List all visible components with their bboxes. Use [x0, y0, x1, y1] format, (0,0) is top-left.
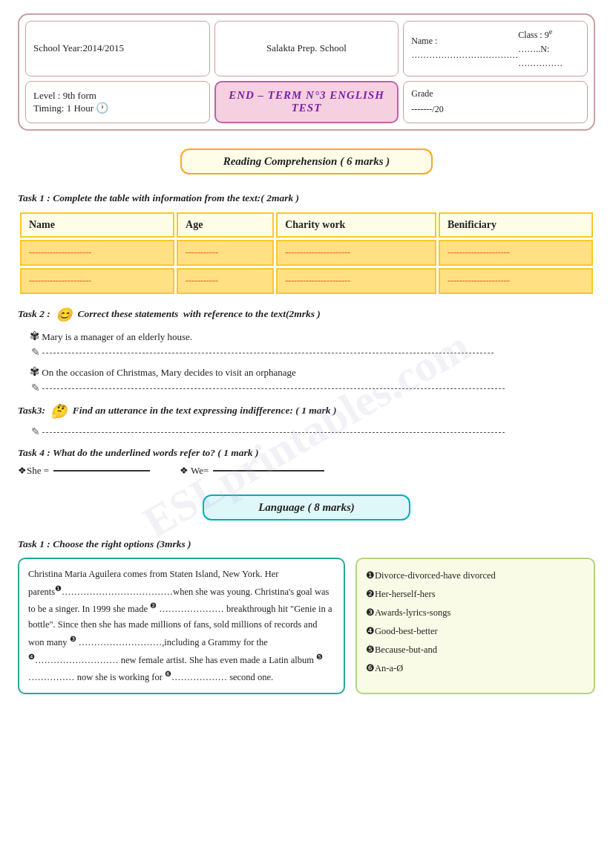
task2-stmt1-container: ✾ Mary is a manager of an elderly house. [30, 329, 595, 343]
task2-emoji: 😊 [56, 307, 72, 323]
col-charity: Charity work [276, 212, 436, 238]
option-5: ❺Because-but-and [366, 641, 585, 659]
task2-stmt2: On the occasion of Christmas, Mary decid… [42, 367, 296, 378]
grade-cell: Grade -------/20 [403, 81, 588, 123]
option-2: ❷Her-herself-hers [366, 585, 585, 604]
grade-label: Grade [411, 86, 433, 102]
task2-bullet2: ✾ [30, 365, 39, 378]
school-name: Salakta Prep. School [266, 42, 347, 54]
task4-title: Task 4 : What do the underlined words re… [18, 447, 595, 459]
row1-age: ----------- [177, 240, 274, 266]
table-row-1: --------------------- ----------- ------… [20, 240, 593, 266]
task2-stmt2-container: ✾ On the occasion of Christmas, Mary dec… [30, 365, 595, 379]
language-section-banner-container: Language ( 8 marks) [18, 487, 595, 529]
row1-ben: --------------------- [439, 240, 593, 266]
lang-bottom: Christina Maria Aguilera comes from Stat… [18, 558, 595, 694]
lang-task1-title: Task 1 : Choose the right options (3mrks… [18, 538, 595, 550]
option-6: ❻An-a-Ø [366, 659, 585, 678]
option-4: ❹Good-best-better [366, 622, 585, 641]
option-3: ❸Awards-lyrics-songs [366, 604, 585, 622]
level-timing-cell: Level : 9th form Timing: 1 Hour 🕐 [25, 81, 210, 123]
task2-answer2: ✎ [31, 382, 595, 394]
we-line [213, 470, 324, 471]
row2-age: ----------- [177, 268, 274, 294]
reading-section-banner-container: Reading Comprehension ( 6 marks ) [18, 141, 595, 183]
row2-name: --------------------- [20, 268, 174, 294]
timing-line: Timing: 1 Hour 🕐 [33, 102, 108, 114]
row1-name: --------------------- [20, 240, 174, 266]
task2-title: Task 2 : 😊 Correct these statements with… [18, 307, 595, 323]
grade-line: -------/20 [411, 102, 443, 118]
reading-section-banner: Reading Comprehension ( 6 marks ) [180, 149, 433, 174]
name-class-cell: Name : ……………………………… Class : 9e ……..N: ……… [403, 21, 588, 76]
col-benificiary: Benificiary [439, 212, 593, 238]
row2-charity: ---------------------- [276, 268, 436, 294]
task4-row: ❖She = ❖ We= [18, 465, 595, 477]
passage-box: Christina Maria Aguilera comes from Stat… [18, 558, 345, 694]
table-row-2: --------------------- ----------- ------… [20, 268, 593, 294]
row1-charity: ---------------------- [276, 240, 436, 266]
level-line: Level : 9th form [33, 90, 108, 102]
task2-bullet1: ✾ [30, 330, 39, 342]
we-item: ❖ We= [180, 465, 324, 477]
she-label: ❖She = [18, 465, 49, 477]
task3-title: Task3: 🤔 Find an utterance in the text e… [18, 403, 595, 420]
school-year-label: School Year:2014/2015 [33, 42, 124, 54]
col-name: Name [20, 212, 174, 238]
task1-title: Task 1 : Complete the table with informa… [18, 192, 595, 204]
end-term-banner: END – TERM N°3 ENGLISH TEST [214, 81, 399, 123]
she-line [53, 470, 150, 471]
header-grid: School Year:2014/2015 Salakta Prep. Scho… [18, 13, 595, 131]
option-1: ❶Divorce-divorced-have divorced [366, 567, 585, 585]
task3-emoji: 🤔 [50, 403, 67, 420]
language-section-banner: Language ( 8 marks) [203, 495, 410, 521]
we-label: ❖ We= [180, 465, 209, 477]
school-year-cell: School Year:2014/2015 [25, 21, 210, 76]
name-line: Name : ……………………………… [411, 34, 518, 62]
comprehension-table: Name Age Charity work Benificiary ------… [18, 210, 595, 296]
class-line: Class : 9e ……..N: …………… [518, 26, 580, 71]
task2-answer1: ✎ [31, 346, 595, 359]
passage-text: Christina Maria Aguilera comes from Stat… [28, 569, 332, 683]
options-box: ❶Divorce-divorced-have divorced ❷Her-her… [355, 558, 595, 694]
task3-answer: ✎ [31, 425, 595, 438]
task2-stmt1: Mary is a manager of an elderly house. [42, 331, 192, 342]
row2-ben: --------------------- [439, 268, 593, 294]
she-item: ❖She = [18, 465, 150, 477]
school-name-cell: Salakta Prep. School [214, 21, 399, 76]
col-age: Age [177, 212, 274, 238]
